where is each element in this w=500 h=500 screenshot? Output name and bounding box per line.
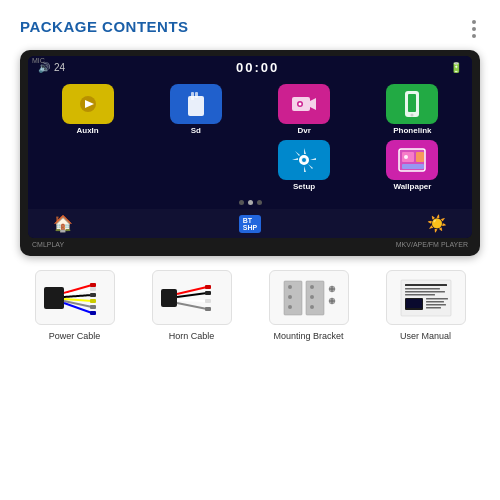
app-item-wallpaper[interactable]: Wallpaper	[361, 140, 464, 191]
svg-rect-41	[205, 299, 211, 303]
svg-rect-60	[405, 291, 445, 293]
svg-line-37	[177, 300, 207, 301]
package-item-power-cable: Power Cable	[20, 270, 129, 341]
horn-cable-image	[152, 270, 232, 325]
more-options-button[interactable]	[468, 18, 480, 40]
screen-bottombar: 🏠 BTSHP ☀️	[28, 209, 472, 238]
dot-2	[472, 27, 476, 31]
app-icon-setup	[278, 140, 330, 180]
time-display: 00:00	[236, 60, 279, 75]
app-item-auxin[interactable]: AuxIn	[36, 84, 139, 135]
header-row: PACKAGE CONTENTS	[20, 18, 480, 40]
mounting-bracket-image	[269, 270, 349, 325]
svg-rect-59	[405, 288, 440, 290]
svg-rect-30	[90, 293, 96, 297]
svg-rect-2	[188, 96, 204, 116]
svg-rect-43	[284, 281, 302, 315]
stereo-screen: 🔊 24 00:00 🔋 AuxIn	[28, 56, 472, 238]
app-item-empty2	[144, 140, 247, 191]
mounting-bracket-label: Mounting Bracket	[273, 331, 343, 341]
app-label-setup: Setup	[293, 182, 315, 191]
svg-rect-65	[426, 301, 444, 303]
svg-rect-63	[406, 299, 422, 308]
app-icon-auxin	[62, 84, 114, 124]
svg-rect-44	[306, 281, 324, 315]
app-label-dvr: Dvr	[297, 126, 310, 135]
home-icon[interactable]: 🏠	[53, 214, 73, 233]
app-label-sd: Sd	[191, 126, 201, 135]
svg-line-38	[177, 303, 207, 309]
power-cable-label: Power Cable	[49, 331, 101, 341]
mic-label: MIC	[32, 57, 45, 64]
svg-rect-10	[408, 94, 416, 112]
brand-left: CMLPLAY	[32, 241, 64, 248]
brightness-icon[interactable]: ☀️	[427, 214, 447, 233]
svg-rect-21	[44, 287, 64, 309]
user-manual-label: User Manual	[400, 331, 451, 341]
svg-rect-67	[426, 307, 441, 309]
volume-value: 24	[54, 62, 65, 73]
battery-icon: 🔋	[450, 62, 462, 73]
brand-right: MKV/APE/FM PLAYER	[396, 241, 468, 248]
app-label-wallpaper: Wallpaper	[393, 182, 431, 191]
app-label-phonelink: Phonelink	[393, 126, 431, 135]
svg-rect-32	[90, 305, 96, 309]
stereo-unit: MIC 🔊 24 00:00 🔋	[20, 50, 480, 256]
stereo-labels: CMLPLAY MKV/APE/FM PLAYER	[28, 238, 472, 248]
app-item-phonelink[interactable]: Phonelink	[361, 84, 464, 135]
svg-rect-64	[426, 298, 448, 300]
nav-dot-1[interactable]	[239, 200, 244, 205]
svg-rect-4	[195, 92, 198, 98]
app-item-sd[interactable]: Sd	[144, 84, 247, 135]
app-label-auxin: AuxIn	[77, 126, 99, 135]
power-cable-image	[35, 270, 115, 325]
package-items-grid: Power Cable Horn Cable	[20, 270, 480, 341]
nav-dots	[28, 196, 472, 209]
svg-point-48	[310, 285, 314, 289]
user-manual-image	[386, 270, 466, 325]
package-item-user-manual: User Manual	[371, 270, 480, 341]
svg-rect-3	[191, 92, 194, 100]
svg-point-45	[288, 285, 292, 289]
svg-rect-33	[90, 311, 96, 315]
app-item-empty1	[36, 140, 139, 191]
screen-topbar: 🔊 24 00:00 🔋	[28, 56, 472, 79]
svg-point-50	[310, 305, 314, 309]
page: PACKAGE CONTENTS MIC 🔊 24 00:00 🔋	[0, 0, 500, 500]
app-item-dvr[interactable]: Dvr	[253, 84, 356, 135]
svg-rect-39	[205, 285, 211, 289]
package-item-horn-cable: Horn Cable	[137, 270, 246, 341]
app-icon-sd	[170, 84, 222, 124]
app-icon-wallpaper	[386, 140, 438, 180]
horn-cable-label: Horn Cable	[169, 331, 215, 341]
app-icon-dvr	[278, 84, 330, 124]
svg-marker-6	[310, 98, 316, 110]
svg-rect-66	[426, 304, 446, 306]
svg-point-46	[288, 295, 292, 299]
svg-point-14	[302, 158, 306, 162]
svg-point-49	[310, 295, 314, 299]
dot-3	[472, 34, 476, 38]
app-icon-phonelink	[386, 84, 438, 124]
svg-rect-40	[205, 291, 211, 295]
svg-rect-19	[402, 164, 424, 169]
svg-rect-18	[416, 152, 424, 162]
page-title: PACKAGE CONTENTS	[20, 18, 189, 35]
svg-point-47	[288, 305, 292, 309]
nav-dot-3[interactable]	[257, 200, 262, 205]
svg-rect-34	[161, 289, 177, 307]
bluetooth-badge[interactable]: BTSHP	[239, 215, 261, 233]
package-item-mounting-bracket: Mounting Bracket	[254, 270, 363, 341]
dot-1	[472, 20, 476, 24]
svg-rect-29	[90, 287, 96, 291]
svg-point-20	[404, 155, 408, 159]
svg-point-11	[411, 114, 414, 117]
svg-rect-61	[405, 294, 435, 296]
svg-point-8	[299, 103, 302, 106]
svg-line-24	[64, 295, 92, 297]
svg-rect-58	[405, 284, 447, 286]
app-item-setup[interactable]: Setup	[253, 140, 356, 191]
svg-rect-42	[205, 307, 211, 311]
nav-dot-2[interactable]	[248, 200, 253, 205]
app-grid: AuxIn Sd	[28, 79, 472, 196]
